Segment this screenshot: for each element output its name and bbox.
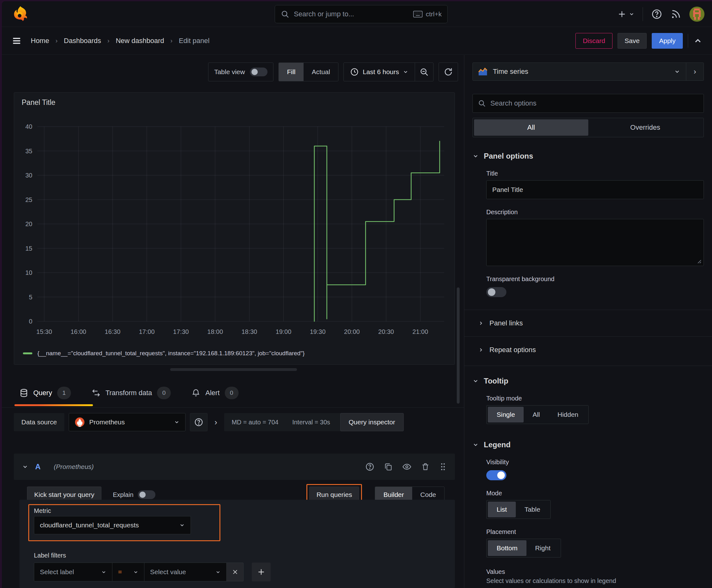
select-label-dropdown[interactable]: Select label <box>34 563 112 582</box>
clock-icon <box>350 67 359 76</box>
select-value-dropdown[interactable]: Select value <box>145 563 226 582</box>
legend-section-header[interactable]: Legend <box>473 440 704 449</box>
add-new-button[interactable] <box>618 10 634 19</box>
legend-values-label: Values <box>486 568 704 575</box>
panel-links-section-header[interactable]: Panel links <box>473 310 704 336</box>
svg-text:25: 25 <box>25 196 33 203</box>
top-nav-actions <box>618 1 705 27</box>
add-filter-button[interactable] <box>252 563 271 582</box>
transparent-background-label: Transparent background <box>486 275 704 283</box>
legend-item[interactable]: {__name__="cloudflared_tunnel_total_requ… <box>23 350 304 357</box>
legend-right-option[interactable]: Right <box>526 540 559 556</box>
vertical-scrollbar[interactable] <box>457 288 459 404</box>
metric-select[interactable]: cloudflared_tunnel_total_requests <box>34 516 191 534</box>
max-datapoints-summary: MD = auto = 704 <box>232 419 278 426</box>
panel-options-section-header[interactable]: Panel options <box>473 152 704 161</box>
legend-list-option[interactable]: List <box>488 502 516 517</box>
actual-option[interactable]: Actual <box>304 63 338 81</box>
breadcrumb-home[interactable]: Home <box>31 37 49 45</box>
svg-text:16:30: 16:30 <box>105 328 121 335</box>
svg-text:18:30: 18:30 <box>241 328 257 335</box>
remove-filter-button[interactable] <box>226 563 244 582</box>
menu-hamburger-icon[interactable] <box>11 36 22 46</box>
breadcrumb-new-dashboard[interactable]: New dashboard <box>116 37 164 45</box>
discard-button[interactable]: Discard <box>576 33 612 49</box>
panel-description-textarea[interactable] <box>486 219 704 266</box>
collapse-chevron-up-icon[interactable] <box>693 36 703 45</box>
query-help-icon[interactable] <box>365 462 374 471</box>
tooltip-single-option[interactable]: Single <box>488 407 524 422</box>
chevron-down-icon <box>403 69 408 75</box>
fill-option[interactable]: Fill <box>279 63 304 81</box>
tab-alert[interactable]: Alert 0 <box>192 387 238 399</box>
expand-options-chevron[interactable]: › <box>214 417 217 427</box>
query-options-summary[interactable]: MD = auto = 704 Interval = 30s <box>224 413 355 431</box>
metric-label: Metric <box>34 507 51 514</box>
svg-text:16:00: 16:00 <box>71 328 86 335</box>
resize-handle-icon[interactable] <box>697 259 702 264</box>
tab-overrides[interactable]: Overrides <box>588 119 703 136</box>
drag-handle-icon[interactable] <box>439 462 447 471</box>
legend-visibility-toggle[interactable] <box>486 470 506 480</box>
duplicate-query-icon[interactable] <box>384 462 393 471</box>
horizontal-scrollbar[interactable] <box>170 368 297 371</box>
tab-query[interactable]: Query 1 <box>19 387 71 399</box>
timeseries-panel[interactable]: Panel Title 15:3016:0016:3017:0017:3018:… <box>14 92 455 365</box>
alert-count-badge: 0 <box>225 387 239 399</box>
query-inspector-button[interactable]: Query inspector <box>340 413 404 431</box>
explain-toggle[interactable] <box>138 490 155 499</box>
global-search-input[interactable]: Search or jump to... ctrl+k <box>275 5 448 23</box>
apply-button[interactable]: Apply <box>652 33 683 49</box>
label-filters-row: Select label = Select value <box>34 563 271 582</box>
database-icon <box>19 388 28 397</box>
tab-all[interactable]: All <box>474 119 588 136</box>
help-button[interactable] <box>651 8 662 20</box>
table-view-toggle[interactable] <box>250 67 267 76</box>
panel-title-input[interactable]: Panel Title <box>486 180 704 199</box>
tooltip-section-header[interactable]: Tooltip <box>473 377 704 385</box>
search-placeholder: Search or jump to... <box>294 10 409 18</box>
active-tab-indicator <box>15 404 93 406</box>
datasource-picker[interactable]: Prometheus <box>69 413 186 431</box>
query-builder-body: Metric cloudflared_tunnel_total_requests… <box>19 500 455 588</box>
query-row-header[interactable]: A (Prometheus) <box>14 454 455 480</box>
save-button[interactable]: Save <box>618 33 647 49</box>
options-filter-tabs: All Overrides <box>473 118 704 137</box>
svg-text:10: 10 <box>25 269 33 276</box>
keyboard-icon <box>413 11 423 18</box>
delete-query-trash-icon[interactable] <box>421 462 430 471</box>
datasource-help-button[interactable] <box>190 413 208 431</box>
transparent-background-toggle[interactable] <box>486 287 506 297</box>
repeat-options-section-header[interactable]: Repeat options <box>473 337 704 363</box>
zoom-out-button[interactable] <box>415 63 433 81</box>
legend-bottom-option[interactable]: Bottom <box>488 540 526 556</box>
divider <box>2 407 464 408</box>
series-label[interactable]: {__name__="cloudflared_tunnel_total_requ… <box>37 350 304 357</box>
user-avatar[interactable] <box>689 6 705 22</box>
svg-text:17:30: 17:30 <box>173 328 189 335</box>
news-rss-button[interactable] <box>671 9 681 19</box>
divider <box>643 7 643 21</box>
breadcrumb-dashboards[interactable]: Dashboards <box>64 37 101 45</box>
legend-placement-segmented: Bottom Right <box>486 539 561 558</box>
tooltip-hidden-option[interactable]: Hidden <box>549 407 587 422</box>
refresh-button[interactable] <box>438 63 458 81</box>
transform-count-badge: 0 <box>157 387 171 399</box>
operator-dropdown[interactable]: = <box>112 563 145 582</box>
visualization-picker[interactable]: Time series › <box>473 63 704 81</box>
prometheus-icon <box>75 417 85 427</box>
close-icon <box>232 569 238 575</box>
chevron-down-icon <box>215 569 221 575</box>
tooltip-all-option[interactable]: All <box>524 407 548 422</box>
tab-transform-data[interactable]: Transform data 0 <box>92 387 171 399</box>
fill-actual-switch: Fill Actual <box>278 63 339 81</box>
timeseries-chart[interactable]: 15:3016:0016:3017:0017:3018:0018:3019:00… <box>15 102 455 347</box>
title-field-label: Title <box>486 170 704 177</box>
toggle-viz-picker-button[interactable]: › <box>686 63 704 80</box>
time-range-button[interactable]: Last 6 hours <box>344 67 415 76</box>
svg-text:18:00: 18:00 <box>207 328 223 335</box>
options-search-input[interactable]: Search options <box>473 94 704 113</box>
grafana-logo-icon[interactable] <box>12 6 29 23</box>
hide-query-eye-icon[interactable] <box>402 462 412 471</box>
legend-table-option[interactable]: Table <box>516 502 549 517</box>
